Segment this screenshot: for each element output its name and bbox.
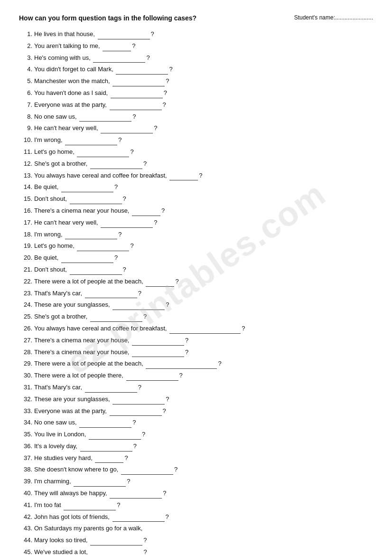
answer-blank: [110, 409, 162, 416]
answer-blank: [112, 303, 165, 310]
question-number: 7.: [19, 100, 32, 110]
question-number: 30.: [19, 371, 32, 381]
list-item: 2.You aren't talking to me, ?: [19, 41, 373, 51]
question-number: 12.: [19, 159, 32, 169]
list-item: 31.That's Mary's car, ?: [19, 383, 373, 393]
question-text: John has got lots of friends, ?: [34, 512, 373, 522]
question-text: They will always be happy, ?: [34, 489, 373, 499]
list-item: 13.You always have cereal and coffee for…: [19, 171, 373, 181]
list-item: 30.There were a lot of people there, ?: [19, 371, 373, 381]
answer-blank: [132, 339, 184, 346]
list-item: 22.There were a lot of people at the bea…: [19, 277, 373, 287]
list-item: 24.These are your sunglasses, ?: [19, 300, 373, 310]
question-number: 27.: [19, 336, 32, 346]
answer-blank: [70, 268, 122, 275]
answer-blank: [169, 327, 241, 334]
answer-blank: [101, 221, 153, 228]
question-number: 24.: [19, 300, 32, 310]
answer-blank: [79, 421, 131, 428]
question-text: He can't hear very well, ?: [34, 218, 373, 228]
page-title: How can you form question tags in the fo…: [19, 14, 196, 22]
list-item: 26.You always have cereal and coffee for…: [19, 324, 373, 334]
question-number: 15.: [19, 194, 32, 204]
answer-blank: [90, 551, 142, 555]
question-text: There were a lot of people at the beach,…: [34, 359, 373, 369]
answer-blank: [126, 374, 178, 381]
question-text: He lives in that house, ?: [34, 29, 373, 39]
question-number: 13.: [19, 171, 32, 181]
question-text: You didn't forget to call Mark, ?: [34, 65, 373, 75]
student-name-label: Student's name:........................: [294, 14, 373, 21]
answer-blank: [132, 209, 160, 216]
questions-list: 1.He lives in that house, ?2.You aren't …: [19, 29, 373, 555]
question-text: It's a lovely day, ?: [34, 442, 373, 452]
question-number: 36.: [19, 442, 32, 452]
answer-blank: [110, 103, 162, 110]
question-number: 35.: [19, 430, 32, 440]
answer-blank: [90, 315, 142, 322]
question-number: 42.: [19, 512, 32, 522]
question-number: 40.: [19, 489, 32, 499]
question-text: I'm too fat ?: [34, 500, 373, 510]
question-number: 3.: [19, 53, 32, 63]
list-item: 34.No one saw us, ?: [19, 418, 373, 428]
answer-blank: [64, 504, 116, 510]
answer-blank: [93, 56, 145, 63]
question-number: 43.: [19, 524, 32, 534]
question-number: 45.: [19, 547, 32, 555]
question-number: 11.: [19, 147, 32, 157]
answer-blank: [79, 115, 131, 122]
list-item: 5.Manchester won the match, ?: [19, 76, 373, 86]
answer-blank: [61, 186, 113, 192]
question-number: 16.: [19, 206, 32, 216]
question-text: These are your sunglasses, ?: [34, 300, 373, 310]
answer-blank: [80, 445, 132, 452]
question-number: 37.: [19, 453, 32, 463]
list-item: 41.I'm too fat ?: [19, 500, 373, 510]
question-text: You always have cereal and coffee for br…: [34, 324, 373, 334]
question-text: Don't shout, ?: [34, 265, 373, 275]
list-item: 19.Let's go home, ?: [19, 241, 373, 251]
list-item: 36.It's a lovely day, ?: [19, 442, 373, 452]
list-item: 33.Everyone was at the party, ?: [19, 406, 373, 416]
question-number: 41.: [19, 500, 32, 510]
question-text: Don't shout, ?: [34, 194, 373, 204]
list-item: 37.He studies very hard, ?: [19, 453, 373, 463]
answer-blank: [77, 151, 129, 157]
answer-blank: [65, 139, 117, 145]
answer-blank: [121, 468, 173, 475]
list-item: 42.John has got lots of friends, ?: [19, 512, 373, 522]
list-item: 11.Let's go home, ?: [19, 147, 373, 157]
question-text: There were a lot of people there, ?: [34, 371, 373, 381]
list-item: 3.He's coming with us, ?: [19, 53, 373, 63]
list-item: 14.Be quiet, ?: [19, 182, 373, 192]
question-text: These are your sunglasses, ?: [34, 395, 373, 404]
question-text: Everyone was at the party, ?: [34, 406, 373, 416]
question-text: Let's go home, ?: [34, 241, 373, 251]
question-text: She's got a brother, ?: [34, 159, 373, 169]
question-number: 25.: [19, 312, 32, 322]
question-number: 38.: [19, 465, 32, 475]
answer-blank: [65, 233, 117, 239]
question-number: 22.: [19, 277, 32, 287]
list-item: 27.There's a cinema near your house, ?: [19, 336, 373, 346]
question-text: There's a cinema near your house, ?: [34, 206, 373, 216]
answer-blank: [146, 280, 174, 287]
list-item: 9.He can't hear very well, ?: [19, 123, 373, 133]
question-text: That's Mary's car, ?: [34, 383, 373, 393]
answer-blank: [110, 492, 162, 499]
question-text: You aren't talking to me, ?: [34, 41, 373, 51]
list-item: 38.She doesn't know where to go, ?: [19, 465, 373, 475]
list-item: 40.They will always be happy, ?: [19, 489, 373, 499]
question-text: There's a cinema near your house, ?: [34, 348, 373, 357]
answer-blank: [146, 362, 217, 369]
answer-blank: [85, 292, 137, 298]
list-item: 43.On Saturdays my parents go for a walk…: [19, 524, 373, 534]
question-number: 10.: [19, 135, 32, 145]
answer-blank: [116, 68, 168, 75]
question-text: She doesn't know where to go, ?: [34, 465, 373, 475]
answer-blank: [74, 480, 126, 487]
question-text: We've studied a lot, ?: [34, 547, 373, 555]
question-text: There were a lot of people at the beach,…: [34, 277, 373, 287]
question-number: 28.: [19, 348, 32, 357]
